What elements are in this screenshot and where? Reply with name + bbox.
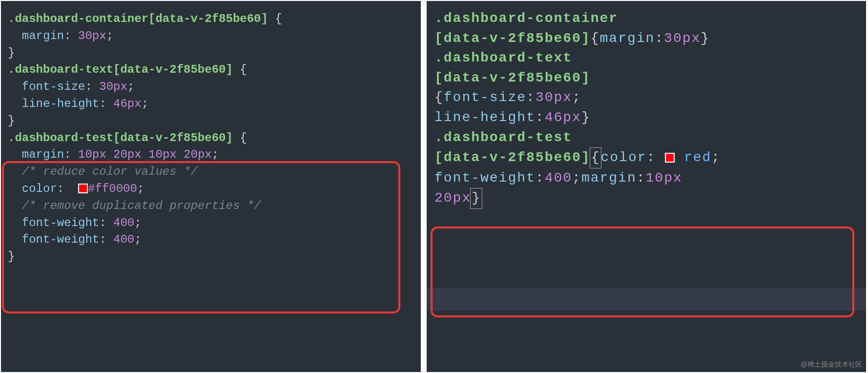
css-value: 30px xyxy=(78,29,106,42)
css-property: font-weight xyxy=(22,233,99,246)
code-pane-right[interactable]: .dashboard-container [data-v-2f85be60]{m… xyxy=(427,1,866,372)
css-selector: .dashboard-text xyxy=(434,50,572,65)
code-line[interactable]: font-weight:400;margin:10px xyxy=(434,168,858,188)
css-selector: .dashboard-test[data-v-2f85be60] xyxy=(8,131,233,145)
code-line[interactable]: .dashboard-container[data-v-2f85be60] { xyxy=(8,11,414,28)
code-line[interactable]: color: #ff0000; xyxy=(8,181,414,198)
color-swatch-icon xyxy=(78,184,88,193)
css-value: 10px 20px 10px 20px xyxy=(78,148,212,161)
brace-open: { xyxy=(268,12,282,25)
css-value: 30px xyxy=(664,31,701,46)
code-line[interactable]: font-weight: 400; xyxy=(8,215,414,232)
code-line[interactable]: .dashboard-text[data-v-2f85be60] { xyxy=(8,62,414,79)
code-line[interactable]: 20px} xyxy=(434,188,858,209)
code-line[interactable]: /* remove duplicated properties */ xyxy=(8,198,414,215)
css-property: margin xyxy=(22,148,64,161)
css-property: font-size xyxy=(22,80,85,93)
css-attr-selector: [data-v-2f85be60] xyxy=(434,31,591,46)
code-line[interactable]: .dashboard-test[data-v-2f85be60] { xyxy=(8,130,414,147)
css-selector: .dashboard-container[data-v-2f85be60] xyxy=(8,12,268,25)
code-line[interactable]: [data-v-2f85be60] xyxy=(434,68,858,88)
matched-brace-icon: } xyxy=(470,188,482,209)
code-line[interactable]: line-height:46px} xyxy=(434,108,858,128)
css-comment: /* reduce color values */ xyxy=(22,165,198,178)
code-pane-left[interactable]: .dashboard-container[data-v-2f85be60] { … xyxy=(1,1,421,372)
css-property: margin xyxy=(599,31,655,46)
code-line[interactable]: margin: 30px; xyxy=(8,28,414,45)
css-value: 30px xyxy=(99,80,127,93)
code-line[interactable]: [data-v-2f85be60]{color: red; xyxy=(434,147,858,168)
css-selector: .dashboard-test xyxy=(434,130,572,145)
code-line[interactable]: } xyxy=(8,249,414,266)
css-value: 10px xyxy=(646,170,682,186)
comparison-wrap: .dashboard-container[data-v-2f85be60] { … xyxy=(0,0,868,373)
css-property: line-height xyxy=(434,110,536,125)
code-line[interactable]: {font-size:30px; xyxy=(434,88,858,108)
code-line[interactable]: margin: 10px 20px 10px 20px; xyxy=(8,146,414,164)
code-line[interactable]: font-size: 30px; xyxy=(8,79,414,96)
css-property: font-size xyxy=(444,90,526,105)
css-value: 400 xyxy=(113,233,134,246)
css-value: 30px xyxy=(536,90,572,105)
highlight-box-right xyxy=(431,227,854,317)
code-line[interactable]: line-height: 46px; xyxy=(8,96,414,113)
css-value: #ff0000 xyxy=(88,182,137,195)
code-line[interactable]: font-weight: 400; xyxy=(8,231,414,249)
css-property: margin xyxy=(581,170,637,186)
css-value: 46px xyxy=(113,97,142,110)
code-line[interactable]: .dashboard-test xyxy=(434,128,858,148)
css-property: color xyxy=(22,182,57,195)
css-property: font-weight xyxy=(434,170,536,186)
code-line[interactable]: .dashboard-container xyxy=(434,9,858,29)
css-comment: /* remove duplicated properties */ xyxy=(22,199,261,212)
css-property: margin xyxy=(22,29,64,42)
css-value: 400 xyxy=(113,216,134,229)
code-line[interactable]: [data-v-2f85be60]{margin:30px} xyxy=(434,29,858,49)
css-selector: .dashboard-container xyxy=(434,11,618,26)
code-line[interactable]: .dashboard-text xyxy=(434,48,858,68)
brace-close: } xyxy=(8,46,15,60)
code-line[interactable]: } xyxy=(8,113,414,130)
css-property: color xyxy=(600,150,646,165)
css-value: 46px xyxy=(545,110,581,125)
css-selector: .dashboard-text[data-v-2f85be60] xyxy=(8,63,233,76)
line-highlight xyxy=(427,288,866,311)
css-property: font-weight xyxy=(22,216,99,229)
css-attr-selector: [data-v-2f85be60] xyxy=(434,150,591,165)
color-swatch-icon xyxy=(665,153,675,163)
code-line[interactable]: } xyxy=(8,45,414,62)
watermark-text: @稀土掘金技术社区 xyxy=(801,359,862,369)
css-value: 400 xyxy=(545,170,572,186)
css-value: red xyxy=(684,150,711,165)
css-attr-selector: [data-v-2f85be60] xyxy=(434,70,591,85)
css-value: 20px xyxy=(434,190,471,206)
code-line[interactable]: /* reduce color values */ xyxy=(8,164,414,181)
matched-brace-icon: { xyxy=(590,147,602,168)
css-property: line-height xyxy=(22,97,99,110)
